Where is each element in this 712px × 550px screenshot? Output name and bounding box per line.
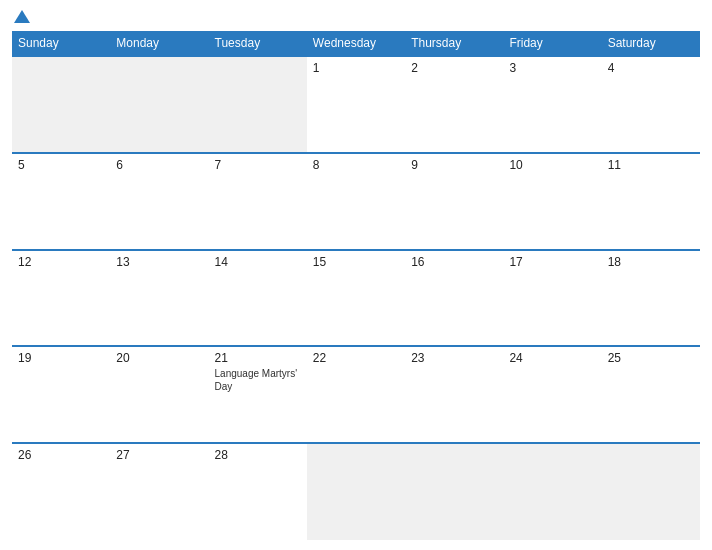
calendar-week-row: 12131415161718 [12, 250, 700, 347]
calendar-day-cell [602, 443, 700, 540]
calendar-day-cell: 26 [12, 443, 110, 540]
calendar-day-cell [405, 443, 503, 540]
calendar-week-row: 262728 [12, 443, 700, 540]
day-number: 20 [116, 351, 202, 365]
day-number: 7 [215, 158, 301, 172]
calendar-day-cell: 23 [405, 346, 503, 443]
calendar-day-cell: 24 [503, 346, 601, 443]
calendar-day-cell: 15 [307, 250, 405, 347]
day-number: 18 [608, 255, 694, 269]
calendar-day-cell [110, 56, 208, 153]
day-number: 2 [411, 61, 497, 75]
day-number: 15 [313, 255, 399, 269]
calendar-day-cell: 4 [602, 56, 700, 153]
calendar-day-cell: 11 [602, 153, 700, 250]
day-number: 19 [18, 351, 104, 365]
logo [12, 10, 30, 25]
calendar-day-cell: 5 [12, 153, 110, 250]
day-header-tuesday: Tuesday [209, 31, 307, 56]
calendar-day-cell: 18 [602, 250, 700, 347]
day-number: 1 [313, 61, 399, 75]
day-number: 13 [116, 255, 202, 269]
day-number: 17 [509, 255, 595, 269]
calendar-day-cell: 14 [209, 250, 307, 347]
calendar-day-cell: 2 [405, 56, 503, 153]
day-number: 12 [18, 255, 104, 269]
day-header-wednesday: Wednesday [307, 31, 405, 56]
calendar-day-cell: 17 [503, 250, 601, 347]
day-number: 28 [215, 448, 301, 462]
calendar-page: SundayMondayTuesdayWednesdayThursdayFrid… [0, 0, 712, 550]
day-number: 25 [608, 351, 694, 365]
calendar-header-row: SundayMondayTuesdayWednesdayThursdayFrid… [12, 31, 700, 56]
day-number: 11 [608, 158, 694, 172]
day-number: 8 [313, 158, 399, 172]
holiday-name: Language Martyrs' Day [215, 367, 301, 393]
calendar-day-cell [307, 443, 405, 540]
calendar-day-cell: 22 [307, 346, 405, 443]
day-number: 5 [18, 158, 104, 172]
day-number: 3 [509, 61, 595, 75]
calendar-day-cell: 28 [209, 443, 307, 540]
day-number: 21 [215, 351, 301, 365]
calendar-day-cell: 6 [110, 153, 208, 250]
calendar-day-cell [503, 443, 601, 540]
day-header-thursday: Thursday [405, 31, 503, 56]
calendar-day-cell: 20 [110, 346, 208, 443]
header [12, 10, 700, 25]
calendar-week-row: 192021Language Martyrs' Day22232425 [12, 346, 700, 443]
calendar-day-cell: 7 [209, 153, 307, 250]
day-header-sunday: Sunday [12, 31, 110, 56]
calendar-day-cell: 8 [307, 153, 405, 250]
calendar-day-cell [12, 56, 110, 153]
day-header-monday: Monday [110, 31, 208, 56]
day-number: 22 [313, 351, 399, 365]
calendar-day-cell: 19 [12, 346, 110, 443]
calendar-week-row: 567891011 [12, 153, 700, 250]
calendar-day-cell: 13 [110, 250, 208, 347]
calendar-week-row: 1234 [12, 56, 700, 153]
calendar-table: SundayMondayTuesdayWednesdayThursdayFrid… [12, 31, 700, 540]
calendar-day-cell: 3 [503, 56, 601, 153]
calendar-day-cell: 25 [602, 346, 700, 443]
calendar-day-cell [209, 56, 307, 153]
day-number: 9 [411, 158, 497, 172]
day-number: 24 [509, 351, 595, 365]
calendar-day-cell: 10 [503, 153, 601, 250]
calendar-day-cell: 1 [307, 56, 405, 153]
day-number: 16 [411, 255, 497, 269]
day-header-friday: Friday [503, 31, 601, 56]
day-number: 26 [18, 448, 104, 462]
day-number: 14 [215, 255, 301, 269]
day-header-saturday: Saturday [602, 31, 700, 56]
day-number: 23 [411, 351, 497, 365]
day-number: 6 [116, 158, 202, 172]
calendar-day-cell: 16 [405, 250, 503, 347]
day-number: 27 [116, 448, 202, 462]
calendar-day-cell: 21Language Martyrs' Day [209, 346, 307, 443]
calendar-day-cell: 27 [110, 443, 208, 540]
day-number: 10 [509, 158, 595, 172]
logo-triangle-icon [14, 10, 30, 23]
calendar-day-cell: 12 [12, 250, 110, 347]
day-number: 4 [608, 61, 694, 75]
calendar-day-cell: 9 [405, 153, 503, 250]
